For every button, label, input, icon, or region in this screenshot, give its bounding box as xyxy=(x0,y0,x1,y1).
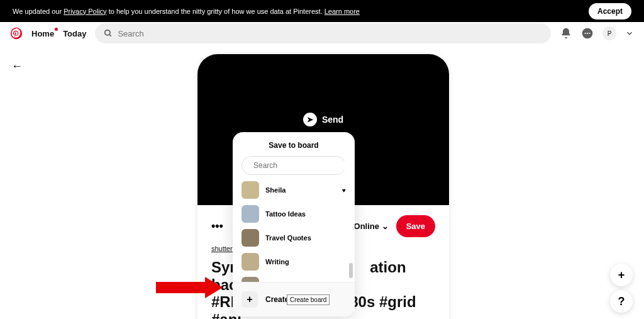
svg-point-4 xyxy=(585,33,586,34)
heart-icon: ♥ xyxy=(342,187,346,194)
message-icon[interactable] xyxy=(581,27,594,40)
plus-icon: + xyxy=(242,291,258,308)
learn-more-link[interactable]: Learn more xyxy=(325,8,360,15)
modal-search[interactable] xyxy=(242,156,346,175)
svg-point-6 xyxy=(589,33,590,34)
privacy-text: We updated our Privacy Policy to help yo… xyxy=(13,8,360,15)
board-item[interactable]: Tattoo Ideas xyxy=(233,202,355,226)
board-item[interactable]: Your Pinterest Likes 🔒 xyxy=(233,274,355,282)
nav-home[interactable]: Home xyxy=(31,29,54,38)
board-thumb xyxy=(242,181,259,199)
accept-button[interactable]: Accept xyxy=(589,3,631,20)
board-item[interactable]: Travel Quotes xyxy=(233,226,355,250)
notification-dot xyxy=(55,28,58,31)
save-to-board-modal: Save to board Sheila ♥ Tattoo Ideas Trav… xyxy=(233,132,355,316)
board-thumb xyxy=(242,277,259,282)
back-button[interactable]: ← xyxy=(11,60,23,73)
scrollbar[interactable] xyxy=(349,263,353,278)
chevron-down-icon[interactable] xyxy=(625,29,634,38)
board-thumb xyxy=(242,253,259,271)
privacy-policy-link[interactable]: Privacy Policy xyxy=(64,8,106,15)
svg-point-5 xyxy=(587,33,588,34)
board-list: Sheila ♥ Tattoo Ideas Travel Quotes Writ… xyxy=(233,181,355,282)
profile-avatar[interactable]: P xyxy=(602,26,616,40)
top-nav: Home Today P xyxy=(0,22,644,45)
board-thumb xyxy=(242,205,259,223)
annotation-arrow xyxy=(156,277,231,298)
save-button[interactable]: Save xyxy=(396,215,435,237)
board-item[interactable]: Writing xyxy=(233,250,355,274)
more-icon[interactable]: ••• xyxy=(211,220,223,233)
privacy-banner: We updated our Privacy Policy to help yo… xyxy=(0,0,644,22)
nav-today[interactable]: Today xyxy=(63,29,86,38)
modal-search-input[interactable] xyxy=(253,161,348,170)
add-fab[interactable]: + xyxy=(610,264,633,286)
board-name: Sheila xyxy=(265,186,286,194)
send-button[interactable]: ➤ Send xyxy=(303,113,343,126)
search-input[interactable] xyxy=(118,29,542,38)
nav-home-label: Home xyxy=(31,29,54,38)
privacy-prefix: We updated our xyxy=(13,8,64,15)
board-name: Tattoo Ideas xyxy=(265,210,306,218)
board-name: Writing xyxy=(265,258,289,266)
board-name: Travel Quotes xyxy=(265,234,311,242)
pinterest-logo[interactable] xyxy=(10,27,23,40)
bell-icon[interactable] xyxy=(560,27,572,40)
privacy-mid: to help you understand the nitty gritty … xyxy=(107,8,325,15)
board-item[interactable]: Sheila ♥ xyxy=(233,181,355,202)
svg-point-1 xyxy=(105,30,110,35)
board-thumb xyxy=(242,229,259,247)
send-icon: ➤ xyxy=(303,113,317,126)
help-fab[interactable]: ? xyxy=(610,290,633,313)
search-icon xyxy=(104,29,113,38)
search-bar[interactable] xyxy=(95,23,551,43)
modal-title: Save to board xyxy=(233,132,355,156)
send-label: Send xyxy=(322,115,343,125)
svg-line-2 xyxy=(109,35,111,36)
create-board-tooltip: Create board xyxy=(287,294,330,305)
